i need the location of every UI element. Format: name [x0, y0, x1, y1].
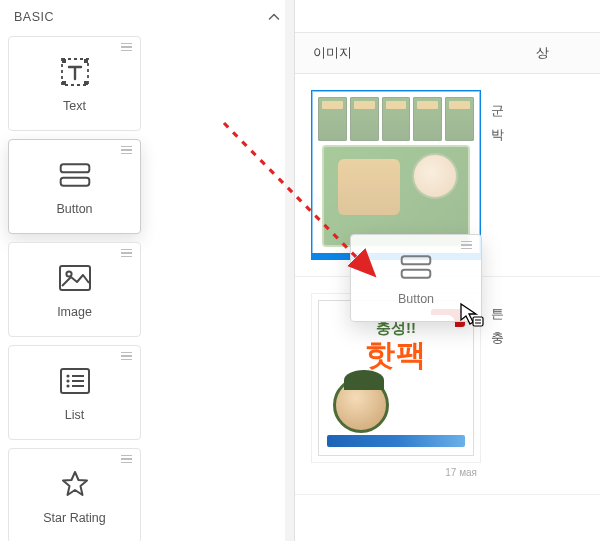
widget-list[interactable]: List: [8, 345, 141, 440]
svg-rect-22: [402, 270, 431, 278]
drag-grip-icon: [121, 352, 132, 360]
product-b-line2: 충: [491, 327, 600, 351]
thumb-date: 17 мая: [311, 463, 481, 478]
cell-text: 군 박: [491, 74, 600, 276]
button-icon: [399, 250, 433, 284]
widgets-panel: BASIC Text Button: [0, 0, 295, 541]
cursor-drag-icon: [459, 302, 485, 331]
drag-grip-icon: [121, 43, 132, 51]
section-title: BASIC: [14, 10, 54, 24]
product-a-line2: 박: [491, 124, 600, 148]
image-icon: [58, 261, 92, 295]
panel-scrollbar[interactable]: [285, 0, 294, 541]
widget-label: Image: [57, 305, 92, 319]
widget-star-rating[interactable]: Star Rating: [8, 448, 141, 541]
app-root: BASIC Text Button: [0, 0, 600, 541]
svg-point-10: [66, 374, 69, 377]
svg-rect-6: [60, 177, 89, 185]
product-b-line1: 튼: [491, 303, 600, 327]
drag-grip-icon: [121, 249, 132, 257]
list-icon: [58, 364, 92, 398]
widget-button[interactable]: Button: [8, 139, 141, 234]
drag-grip-icon: [121, 455, 132, 463]
svg-rect-21: [402, 256, 431, 264]
cell-text: 튼 충: [491, 277, 600, 494]
col-header-image: 이미지: [295, 44, 491, 62]
drag-grip-icon: [461, 241, 472, 249]
widgets-grid: Text Button Image: [0, 36, 287, 541]
drag-grip-icon: [121, 146, 132, 154]
ghost-label: Button: [398, 292, 434, 306]
svg-point-14: [66, 384, 69, 387]
canvas-spacer: [295, 0, 600, 32]
svg-rect-1: [62, 59, 66, 63]
svg-rect-23: [473, 317, 483, 326]
svg-rect-2: [84, 59, 88, 63]
table-header: 이미지 상: [295, 32, 600, 74]
svg-rect-3: [62, 81, 66, 85]
text-icon: [58, 55, 92, 89]
widget-label: List: [65, 408, 84, 422]
widget-label: Text: [63, 99, 86, 113]
button-icon: [58, 158, 92, 192]
section-header-basic[interactable]: BASIC: [0, 0, 294, 36]
svg-rect-5: [60, 164, 89, 172]
star-icon: [58, 467, 92, 501]
widget-image[interactable]: Image: [8, 242, 141, 337]
widget-label: Button: [56, 202, 92, 216]
product-b-logo-main: 핫팩: [365, 340, 427, 370]
svg-point-8: [66, 271, 71, 276]
product-b-art: 충성!! 핫팩: [318, 300, 474, 456]
svg-rect-4: [84, 81, 88, 85]
widget-text[interactable]: Text: [8, 36, 141, 131]
svg-point-12: [66, 379, 69, 382]
col-header-name: 상: [491, 44, 600, 62]
chevron-up-icon: [268, 11, 280, 23]
widget-label: Star Rating: [43, 511, 106, 525]
product-a-line1: 군: [491, 100, 600, 124]
